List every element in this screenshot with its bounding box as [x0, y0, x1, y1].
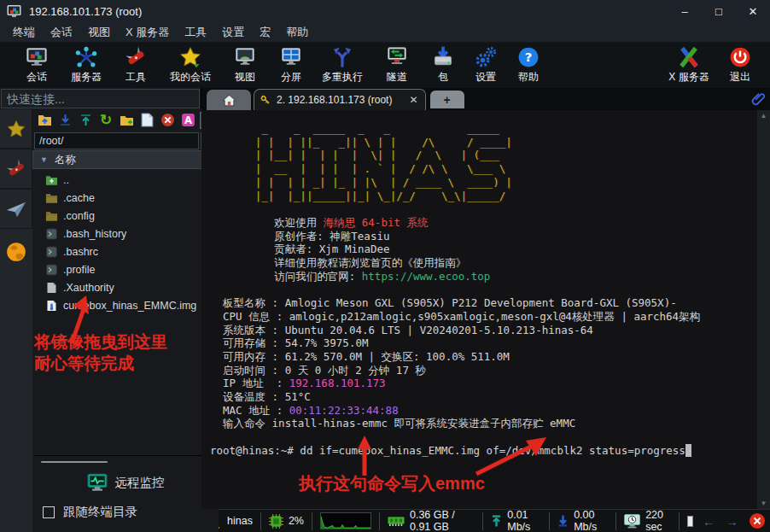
nav-right-arrow[interactable]: →	[723, 514, 741, 529]
attach-button[interactable]	[751, 91, 766, 109]
toolbar-split-button[interactable]: 分屏	[270, 45, 312, 85]
remote-monitoring-button[interactable]: 远程监控	[32, 463, 219, 497]
sort-triangle-icon: ▼	[40, 155, 48, 164]
app-window: 192.168.101.173 (root) – □ ✕ 终端 会话 视图 X …	[0, 0, 770, 532]
session-time-label: 220 sec	[645, 509, 671, 532]
sidebar-tab-tools[interactable]	[0, 149, 32, 189]
home-icon	[222, 94, 236, 107]
file-row[interactable]: .config	[32, 207, 219, 225]
toolbar-view-button[interactable]: 视图	[220, 45, 270, 85]
toolbar-packages-button[interactable]: 包	[422, 45, 464, 85]
toolbar-x-server-button[interactable]: X 服务器	[659, 45, 719, 85]
file-list: .. .cache .config .bash_history .bashrc …	[32, 169, 219, 314]
toolbar-exit-button[interactable]: 退出	[719, 45, 761, 85]
delete-button[interactable]	[159, 112, 176, 129]
servers-network-icon	[74, 45, 98, 69]
cpu-chip-icon	[269, 514, 283, 529]
menu-sessions[interactable]: 会话	[43, 25, 80, 40]
menu-tools[interactable]: 工具	[177, 25, 214, 40]
nav-left-arrow[interactable]: ←	[700, 514, 718, 529]
svg-text:?: ?	[525, 50, 533, 65]
divider	[34, 455, 217, 456]
help-question-icon: ?	[516, 45, 540, 69]
download-button[interactable]	[56, 112, 73, 129]
file-row[interactable]: .profile	[32, 260, 219, 278]
file-list-header[interactable]: ▼ 名称	[32, 150, 219, 169]
file-row[interactable]: .bashrc	[32, 243, 219, 260]
toolbar-help-label: 帮助	[518, 70, 539, 85]
active-session-tab[interactable]: 2. 192.168.101.173 (root) ✕	[254, 89, 426, 110]
file-row[interactable]: .cache	[32, 189, 219, 207]
menu-macros[interactable]: 宏	[252, 25, 278, 40]
scroll-down-icon[interactable]: ▼	[761, 500, 767, 507]
sidebar-tab-macros[interactable]	[0, 189, 32, 229]
menu-help[interactable]: 帮助	[278, 25, 316, 40]
checkbox-unchecked[interactable]	[43, 506, 55, 518]
split-screen-icon	[279, 45, 303, 69]
memory-segment: 0.36 GB / 0.91 GB	[379, 512, 482, 530]
menu-terminal[interactable]: 终端	[5, 25, 43, 40]
toolbar-tunnel-button[interactable]: 隧道	[372, 45, 422, 85]
toolbar-servers-button[interactable]: 服务器	[61, 45, 111, 85]
maximize-button[interactable]: □	[702, 0, 736, 22]
script-file-icon	[45, 264, 58, 276]
scroll-up-icon[interactable]: ▲	[761, 112, 767, 120]
paper-plane-icon	[5, 198, 27, 220]
close-circle-icon	[749, 512, 766, 529]
go-up-folder-button[interactable]	[36, 112, 53, 129]
new-tab-button[interactable]: +	[430, 91, 464, 108]
gears-icon	[474, 45, 498, 69]
star-icon	[5, 118, 27, 140]
menu-view[interactable]: 视图	[80, 25, 118, 40]
menu-bar: 终端 会话 视图 X 服务器 工具 设置 宏 帮助	[0, 22, 770, 43]
toolbar-help-button[interactable]: ? 帮助	[507, 45, 550, 85]
annotation-arrow-to-device	[471, 434, 550, 476]
name-column-header: 名称	[55, 153, 76, 167]
file-row-parent[interactable]: ..	[32, 171, 219, 189]
new-file-button[interactable]	[138, 112, 155, 129]
follow-terminal-checkbox-row[interactable]: 跟随终端目录	[32, 497, 219, 532]
menu-x-server[interactable]: X 服务器	[118, 25, 177, 40]
title-bar: 192.168.101.173 (root) – □ ✕	[0, 0, 770, 22]
toolbar-multiexec-label: 多重执行	[322, 70, 363, 85]
quick-connect-input[interactable]	[1, 89, 200, 108]
scroll-page-icon	[687, 516, 693, 527]
rename-button[interactable]: A	[179, 112, 196, 129]
annotation-arrow-to-command	[355, 436, 374, 476]
cpu-history-graph	[320, 512, 371, 529]
upload-button[interactable]	[77, 112, 94, 129]
star-icon	[178, 45, 202, 69]
disk-image-file-icon	[45, 300, 58, 312]
main-toolbar: 会话 服务器 工具 我的会话 视图 分屏 多重执行 隧道	[0, 43, 770, 88]
toolbar-my-sessions-button[interactable]: 我的会话	[160, 45, 220, 85]
delete-cross-icon	[160, 113, 175, 127]
tab-close-icon[interactable]: ✕	[409, 94, 417, 106]
toolbar-settings-button[interactable]: 设置	[464, 45, 507, 85]
sidebar-tab-sessions[interactable]	[0, 108, 32, 149]
toolbar-multiexec-button[interactable]: 多重执行	[312, 45, 372, 85]
paperclip-icon	[751, 91, 766, 106]
file-icon	[45, 282, 58, 294]
session-monitor-icon	[25, 45, 49, 69]
toolbar-session-button[interactable]: 会话	[12, 45, 61, 85]
path-input[interactable]	[34, 132, 199, 149]
refresh-button[interactable]: ↻	[97, 112, 114, 129]
close-button[interactable]: ✕	[736, 0, 770, 22]
download-arrow-icon	[58, 113, 73, 127]
annotation-arrow-to-image-file	[58, 294, 96, 347]
sidebar-tab-strip	[0, 108, 32, 532]
download-segment: 0.00 Mb/s	[549, 512, 615, 530]
minimize-button[interactable]: –	[668, 0, 702, 22]
new-folder-button[interactable]	[118, 112, 135, 129]
menu-settings[interactable]: 设置	[214, 25, 252, 40]
home-tab[interactable]	[207, 90, 251, 110]
status-bar: hinas 2% 0.36 GB / 0.91 GB 0.01 Mb/s	[201, 509, 770, 532]
session-clock-icon	[624, 514, 640, 529]
tunnel-monitor-icon	[385, 45, 409, 69]
cpu-segment: 2%	[260, 512, 312, 530]
sidebar-web-button[interactable]	[5, 241, 27, 266]
toolbar-tools-button[interactable]: 工具	[111, 45, 160, 85]
file-row[interactable]: .bash_history	[32, 225, 219, 243]
status-close-button[interactable]	[749, 512, 766, 529]
terminal-scrollbar[interactable]: ▲ ▼	[757, 110, 770, 509]
